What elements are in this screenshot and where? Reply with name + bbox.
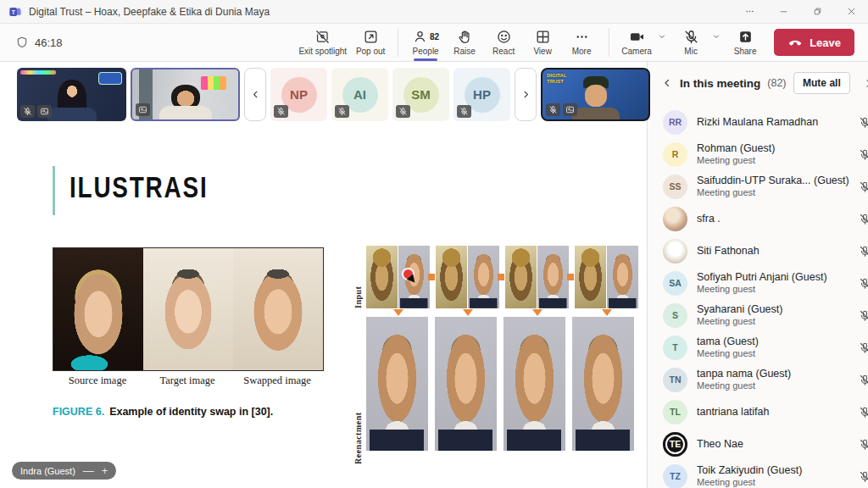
mic-muted-icon[interactable] xyxy=(859,470,868,483)
participant-row[interactable]: SA Sofiyah Putri Anjani (Guest) Meeting … xyxy=(648,267,868,299)
mic-muted-icon[interactable] xyxy=(859,438,868,451)
participant-row[interactable]: T tama (Guest) Meeting guest xyxy=(648,331,868,363)
participant-subtitle: Meeting guest xyxy=(697,284,849,295)
react-button[interactable]: React xyxy=(485,24,522,61)
presenter-name: Indra (Guest) xyxy=(20,466,75,476)
participant-video xyxy=(47,108,97,121)
mic-muted-icon[interactable] xyxy=(859,406,868,419)
mic-button[interactable]: Mic xyxy=(672,24,709,61)
presenter-pill[interactable]: Indra (Guest) — + xyxy=(12,462,116,480)
reenactment-result-image xyxy=(366,317,428,451)
mic-muted-icon[interactable] xyxy=(859,309,868,322)
participant-name: Syaharani (Guest) xyxy=(697,303,849,315)
teams-meeting-window: Digital Trust – Hoax, Deepfake & Etika d… xyxy=(0,0,868,488)
camera-button[interactable]: Camera xyxy=(618,24,655,61)
filmstrip-prev-button[interactable] xyxy=(244,68,266,121)
participant-row[interactable]: R Rohman (Guest) Meeting guest xyxy=(648,138,868,170)
figure-number: FIGURE 6. xyxy=(53,406,104,418)
share-icon xyxy=(737,29,754,45)
minimize-button[interactable] xyxy=(766,0,800,23)
participant-row[interactable]: sfra . xyxy=(648,202,868,235)
avatar-tile-ai[interactable]: AI xyxy=(331,68,388,121)
mic-muted-icon[interactable] xyxy=(859,277,868,290)
zoom-in-button[interactable]: + xyxy=(102,464,108,477)
panel-count: (82) xyxy=(767,77,786,89)
teams-logo-icon xyxy=(8,5,22,19)
leave-button[interactable]: Leave xyxy=(774,29,854,56)
slide-heading: ILUSTRASI xyxy=(70,171,208,205)
input-pair xyxy=(436,246,499,308)
mic-options-chevron-icon[interactable] xyxy=(711,31,721,42)
participant-row[interactable]: S Syaharani (Guest) Meeting guest xyxy=(648,299,868,331)
panel-close-icon[interactable] xyxy=(864,77,868,90)
avatar: SS xyxy=(663,175,687,199)
mic-muted-icon xyxy=(274,105,288,118)
raise-hand-button[interactable]: Raise xyxy=(446,24,483,61)
participant-row[interactable]: TL tantriana latifah xyxy=(648,396,868,428)
participant-row[interactable]: TE Theo Nae xyxy=(648,428,868,460)
titlebar-more-button[interactable] xyxy=(732,0,766,23)
input-pair xyxy=(505,246,569,308)
target-face-image xyxy=(143,248,233,370)
input-row-label: Input xyxy=(353,254,363,308)
mic-muted-icon[interactable] xyxy=(859,180,868,193)
toolbar-divider xyxy=(609,28,609,57)
participant-subtitle: Meeting guest xyxy=(697,348,849,359)
mic-muted-icon[interactable] xyxy=(859,148,868,161)
people-button[interactable]: 82 People xyxy=(407,24,444,61)
back-chevron-icon[interactable] xyxy=(661,77,673,89)
close-button[interactable] xyxy=(834,0,868,23)
mic-muted-icon[interactable] xyxy=(859,213,868,225)
mic-muted-icon[interactable] xyxy=(859,116,868,129)
down-arrow xyxy=(393,309,403,316)
spotlight-badge-icon xyxy=(563,103,577,116)
participant-name: Saifuddin-UTP Suraka... (Guest) xyxy=(697,175,849,186)
people-count-badge: 82 xyxy=(430,32,439,42)
input-pair xyxy=(575,246,638,308)
avatar-tile-np[interactable]: NP xyxy=(270,68,327,121)
more-button[interactable]: More xyxy=(563,24,600,61)
avatar-photo xyxy=(663,207,687,231)
camera-options-chevron-icon[interactable] xyxy=(657,31,667,42)
mute-all-button[interactable]: Mute all xyxy=(793,72,850,94)
shared-presentation-slide: ILUSTRASI Source image Target image Swap… xyxy=(0,127,647,488)
mic-muted-icon xyxy=(335,105,349,118)
connector-marker xyxy=(498,274,504,280)
avatar-tile-sm[interactable]: SM xyxy=(392,68,449,121)
source-actor-image xyxy=(468,246,499,308)
pop-out-button[interactable]: Pop out xyxy=(352,24,389,61)
source-face-image xyxy=(53,248,143,370)
share-button[interactable]: Share xyxy=(726,24,764,61)
participant-name: Theo Nae xyxy=(697,438,849,450)
mic-muted-icon[interactable] xyxy=(859,341,868,354)
exit-spotlight-button[interactable]: Exit spotlight xyxy=(295,24,350,61)
mic-muted-icon[interactable] xyxy=(859,245,868,258)
more-dots-icon xyxy=(574,29,590,45)
video-tile-presenter-1[interactable] xyxy=(17,68,126,121)
video-tile-active-speaker[interactable] xyxy=(131,68,240,121)
avatar-tile-hp[interactable]: HP xyxy=(453,68,510,121)
participant-row[interactable]: TN tanpa nama (Guest) Meeting guest xyxy=(648,363,868,396)
participant-list[interactable]: RR Rizki Maulana Ramadhan R Rohman (Gues… xyxy=(648,104,868,488)
down-arrow xyxy=(602,309,612,316)
video-tile-spotlighted[interactable]: DIGITAL TRUST xyxy=(541,68,650,121)
participant-row[interactable]: TZ Toik Zakiyudin (Guest) Meeting guest xyxy=(648,460,868,488)
restore-button[interactable] xyxy=(800,0,834,23)
participant-row[interactable]: RR Rizki Maulana Ramadhan xyxy=(648,106,868,138)
avatar: R xyxy=(663,142,687,167)
mic-muted-icon xyxy=(683,29,699,45)
connector-marker xyxy=(428,274,435,280)
filmstrip-next-button[interactable] xyxy=(515,68,537,121)
participant-row[interactable]: Siti Fathonah xyxy=(648,235,868,267)
input-pair xyxy=(366,246,430,308)
mic-muted-icon xyxy=(20,105,35,118)
participant-row[interactable]: SS Saifuddin-UTP Suraka... (Guest) Meeti… xyxy=(648,170,868,202)
shield-icon xyxy=(15,36,29,49)
participant-subtitle: Meeting guest xyxy=(697,380,849,391)
mic-muted-icon[interactable] xyxy=(859,374,868,386)
pop-out-icon xyxy=(363,29,379,45)
react-smiley-icon xyxy=(496,29,512,45)
view-button[interactable]: View xyxy=(524,24,561,61)
zoom-out-button[interactable]: — xyxy=(83,464,94,477)
participant-name: Rohman (Guest) xyxy=(697,142,849,154)
